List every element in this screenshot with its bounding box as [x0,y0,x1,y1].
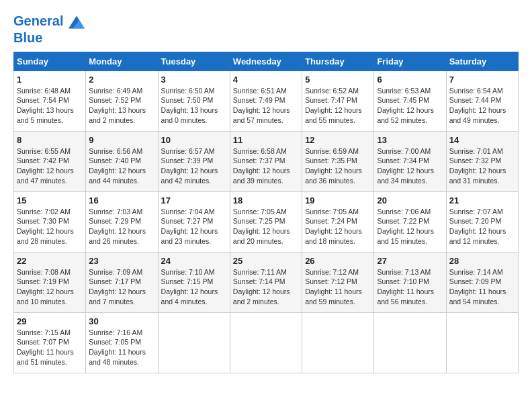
calendar-cell: 4 Sunrise: 6:51 AM Sunset: 7:49 PM Dayli… [230,71,302,131]
day-number: 8 [17,135,83,145]
calendar-cell: 25 Sunrise: 7:11 AM Sunset: 7:14 PM Dayl… [230,252,302,312]
calendar-week-row: 29 Sunrise: 7:15 AM Sunset: 7:07 PM Dayl… [14,312,519,373]
calendar-day-header: Friday [374,52,446,71]
day-info: Sunrise: 6:51 AM Sunset: 7:49 PM Dayligh… [233,86,299,126]
calendar-cell: 29 Sunrise: 7:15 AM Sunset: 7:07 PM Dayl… [14,312,86,373]
day-number: 9 [89,135,154,145]
logo: General Blue [13,13,85,45]
calendar-cell: 11 Sunrise: 6:58 AM Sunset: 7:37 PM Dayl… [230,131,302,191]
day-info: Sunrise: 7:08 AM Sunset: 7:19 PM Dayligh… [17,267,83,307]
day-info: Sunrise: 6:49 AM Sunset: 7:52 PM Dayligh… [89,86,154,126]
day-info: Sunrise: 7:12 AM Sunset: 7:12 PM Dayligh… [305,267,371,307]
calendar-cell: 3 Sunrise: 6:50 AM Sunset: 7:50 PM Dayli… [158,71,230,131]
day-info: Sunrise: 7:02 AM Sunset: 7:30 PM Dayligh… [17,207,83,246]
calendar-cell: 13 Sunrise: 7:00 AM Sunset: 7:34 PM Dayl… [374,131,446,191]
calendar-cell: 23 Sunrise: 7:09 AM Sunset: 7:17 PM Dayl… [86,252,158,312]
day-number: 3 [161,75,227,85]
day-number: 14 [449,135,515,145]
day-info: Sunrise: 6:58 AM Sunset: 7:37 PM Dayligh… [233,146,299,186]
day-number: 22 [17,256,83,266]
day-number: 16 [89,195,154,205]
calendar-cell: 26 Sunrise: 7:12 AM Sunset: 7:12 PM Dayl… [302,252,374,312]
calendar-cell: 10 Sunrise: 6:57 AM Sunset: 7:39 PM Dayl… [158,131,230,191]
day-info: Sunrise: 7:05 AM Sunset: 7:24 PM Dayligh… [305,207,371,246]
day-number: 26 [305,256,371,266]
calendar-day-header: Saturday [446,52,518,71]
calendar-cell: 19 Sunrise: 7:05 AM Sunset: 7:24 PM Dayl… [302,191,374,252]
logo-icon [69,14,85,30]
calendar-day-header: Sunday [14,52,86,71]
day-number: 5 [305,75,371,85]
calendar-cell: 2 Sunrise: 6:49 AM Sunset: 7:52 PM Dayli… [86,71,158,131]
calendar-cell: 8 Sunrise: 6:55 AM Sunset: 7:42 PM Dayli… [14,131,86,191]
calendar-cell: 6 Sunrise: 6:53 AM Sunset: 7:45 PM Dayli… [374,71,446,131]
day-number: 15 [17,195,83,205]
calendar-cell: 22 Sunrise: 7:08 AM Sunset: 7:19 PM Dayl… [14,252,86,312]
calendar-cell: 12 Sunrise: 6:59 AM Sunset: 7:35 PM Dayl… [302,131,374,191]
day-info: Sunrise: 7:07 AM Sunset: 7:20 PM Dayligh… [449,207,515,246]
day-info: Sunrise: 7:00 AM Sunset: 7:34 PM Dayligh… [377,146,443,186]
logo-blue-text: Blue [13,30,85,45]
day-number: 25 [233,256,299,266]
calendar-day-header: Thursday [302,52,374,71]
day-number: 17 [161,195,227,205]
day-info: Sunrise: 7:09 AM Sunset: 7:17 PM Dayligh… [89,267,154,307]
day-number: 13 [377,135,443,145]
calendar-cell: 20 Sunrise: 7:06 AM Sunset: 7:22 PM Dayl… [374,191,446,252]
day-number: 23 [89,256,154,266]
calendar-day-header: Monday [86,52,158,71]
calendar-cell: 27 Sunrise: 7:13 AM Sunset: 7:10 PM Dayl… [374,252,446,312]
calendar-cell: 1 Sunrise: 6:48 AM Sunset: 7:54 PM Dayli… [14,71,86,131]
day-info: Sunrise: 7:04 AM Sunset: 7:27 PM Dayligh… [161,207,227,246]
calendar-header-row: SundayMondayTuesdayWednesdayThursdayFrid… [14,52,519,71]
day-info: Sunrise: 6:52 AM Sunset: 7:47 PM Dayligh… [305,86,371,126]
calendar-cell [158,312,230,373]
calendar-cell [230,312,302,373]
calendar-cell [302,312,374,373]
calendar-cell [446,312,518,373]
day-info: Sunrise: 7:05 AM Sunset: 7:25 PM Dayligh… [233,207,299,246]
calendar-cell: 21 Sunrise: 7:07 AM Sunset: 7:20 PM Dayl… [446,191,518,252]
calendar-day-header: Tuesday [158,52,230,71]
day-info: Sunrise: 6:57 AM Sunset: 7:39 PM Dayligh… [161,146,227,186]
day-number: 21 [449,195,515,205]
day-info: Sunrise: 7:16 AM Sunset: 7:05 PM Dayligh… [89,328,154,367]
day-number: 28 [449,256,515,266]
calendar-week-row: 8 Sunrise: 6:55 AM Sunset: 7:42 PM Dayli… [14,131,519,191]
calendar-cell: 16 Sunrise: 7:03 AM Sunset: 7:29 PM Dayl… [86,191,158,252]
calendar-week-row: 1 Sunrise: 6:48 AM Sunset: 7:54 PM Dayli… [14,71,519,131]
day-number: 19 [305,195,371,205]
day-info: Sunrise: 7:01 AM Sunset: 7:32 PM Dayligh… [449,146,515,186]
calendar-cell: 15 Sunrise: 7:02 AM Sunset: 7:30 PM Dayl… [14,191,86,252]
calendar-cell: 30 Sunrise: 7:16 AM Sunset: 7:05 PM Dayl… [86,312,158,373]
day-number: 7 [449,75,515,85]
day-number: 1 [17,75,83,85]
day-number: 29 [17,316,83,326]
calendar-cell: 14 Sunrise: 7:01 AM Sunset: 7:32 PM Dayl… [446,131,518,191]
calendar-week-row: 15 Sunrise: 7:02 AM Sunset: 7:30 PM Dayl… [14,191,519,252]
calendar-table: SundayMondayTuesdayWednesdayThursdayFrid… [13,52,519,373]
day-info: Sunrise: 7:10 AM Sunset: 7:15 PM Dayligh… [161,267,227,307]
day-info: Sunrise: 7:14 AM Sunset: 7:09 PM Dayligh… [449,267,515,307]
day-number: 11 [233,135,299,145]
day-info: Sunrise: 7:15 AM Sunset: 7:07 PM Dayligh… [17,328,83,367]
calendar-cell: 17 Sunrise: 7:04 AM Sunset: 7:27 PM Dayl… [158,191,230,252]
page-header: General Blue [13,13,519,45]
day-number: 24 [161,256,227,266]
day-info: Sunrise: 6:54 AM Sunset: 7:44 PM Dayligh… [449,86,515,126]
day-number: 6 [377,75,443,85]
day-info: Sunrise: 7:06 AM Sunset: 7:22 PM Dayligh… [377,207,443,246]
day-number: 12 [305,135,371,145]
day-info: Sunrise: 7:13 AM Sunset: 7:10 PM Dayligh… [377,267,443,307]
calendar-day-header: Wednesday [230,52,302,71]
day-info: Sunrise: 7:03 AM Sunset: 7:29 PM Dayligh… [89,207,154,246]
calendar-cell: 7 Sunrise: 6:54 AM Sunset: 7:44 PM Dayli… [446,71,518,131]
day-number: 18 [233,195,299,205]
day-number: 2 [89,75,154,85]
calendar-cell: 18 Sunrise: 7:05 AM Sunset: 7:25 PM Dayl… [230,191,302,252]
calendar-week-row: 22 Sunrise: 7:08 AM Sunset: 7:19 PM Dayl… [14,252,519,312]
day-number: 10 [161,135,227,145]
calendar-cell: 9 Sunrise: 6:56 AM Sunset: 7:40 PM Dayli… [86,131,158,191]
calendar-cell [374,312,446,373]
day-number: 20 [377,195,443,205]
